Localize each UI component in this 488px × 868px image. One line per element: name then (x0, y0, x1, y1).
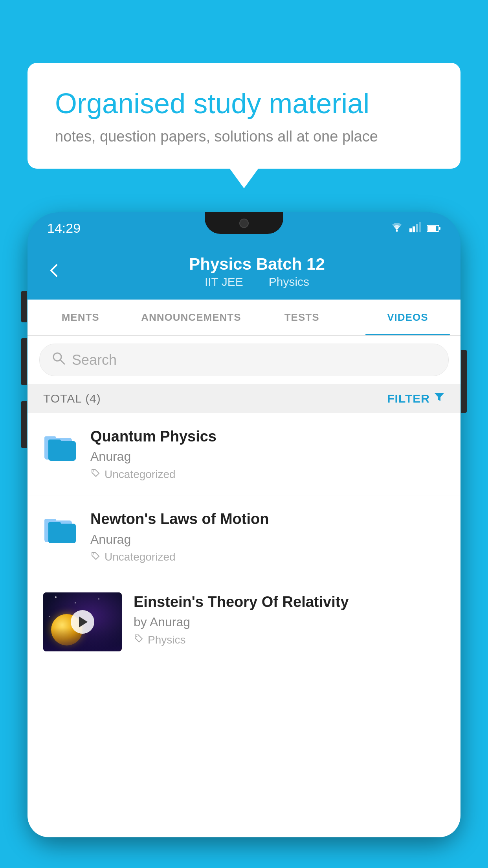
phone-content: Physics Batch 12 IIT JEE Physics MENTS A… (28, 244, 460, 837)
svg-point-20 (136, 636, 138, 637)
app-header: Physics Batch 12 IIT JEE Physics (28, 244, 460, 300)
video-folder-icon (43, 427, 79, 466)
svg-point-19 (93, 553, 94, 554)
front-camera (239, 219, 249, 228)
filter-label: FILTER (387, 392, 430, 405)
phone-side-button-power[interactable] (461, 350, 467, 413)
speech-bubble-title: Organised study material (55, 86, 433, 120)
filter-icon (434, 391, 445, 406)
tag-icon (134, 633, 144, 646)
video-author: Anurag (90, 449, 445, 464)
svg-rect-4 (419, 222, 421, 232)
phone-side-button-vol-indicator (21, 291, 27, 322)
phone-side-button-vol-up[interactable] (21, 338, 27, 385)
tabs-bar: MENTS ANNOUNCEMENTS TESTS VIDEOS (28, 300, 460, 336)
header-subtitle-part2: Physics (269, 275, 309, 288)
svg-point-14 (93, 471, 94, 472)
video-title: Einstein's Theory Of Relativity (134, 592, 445, 612)
phone-notch (205, 212, 283, 234)
video-thumbnail (43, 592, 122, 651)
video-item-with-thumbnail[interactable]: Einstein's Theory Of Relativity by Anura… (28, 578, 460, 666)
search-icon (51, 351, 66, 369)
tab-videos[interactable]: VIDEOS (355, 300, 460, 335)
battery-icon (427, 221, 441, 235)
video-tag-label: Uncategorized (105, 551, 176, 563)
video-tag: Uncategorized (90, 551, 445, 564)
play-button[interactable] (71, 610, 94, 634)
wifi-icon (390, 221, 404, 235)
filter-button[interactable]: FILTER (387, 391, 445, 406)
svg-rect-13 (48, 440, 61, 444)
tag-icon (90, 551, 101, 564)
video-info: Quantum Physics Anurag Uncategorized (90, 427, 445, 481)
phone-side-button-vol-down[interactable] (21, 401, 27, 448)
svg-rect-3 (416, 224, 418, 232)
filter-bar: TOTAL (4) FILTER (28, 384, 460, 413)
signal-icon (409, 221, 421, 235)
svg-rect-18 (48, 522, 61, 527)
svg-point-0 (396, 230, 398, 232)
video-author: Anurag (90, 532, 445, 547)
play-triangle-icon (79, 616, 88, 627)
video-info: Einstein's Theory Of Relativity by Anura… (134, 592, 445, 646)
speech-bubble-subtitle: notes, question papers, solutions all at… (55, 128, 433, 145)
back-button[interactable] (47, 262, 61, 281)
tab-announcements[interactable]: ANNOUNCEMENTS (133, 300, 249, 335)
video-info: Newton's Laws of Motion Anurag Uncategor… (90, 509, 445, 563)
search-input[interactable]: Search (72, 352, 117, 368)
speech-bubble-wrapper: Organised study material notes, question… (28, 63, 460, 169)
header-subtitle: IIT JEE Physics (73, 275, 441, 289)
video-item[interactable]: Newton's Laws of Motion Anurag Uncategor… (28, 495, 460, 578)
header-subtitle-part1: IIT JEE (205, 275, 243, 288)
tab-tests[interactable]: TESTS (249, 300, 354, 335)
video-title: Quantum Physics (90, 427, 445, 446)
video-list: Quantum Physics Anurag Uncategorized (28, 413, 460, 666)
status-time: 14:29 (47, 221, 81, 236)
header-subtitle-separator (254, 275, 261, 288)
total-count: TOTAL (4) (43, 392, 101, 405)
video-tag: Uncategorized (90, 468, 445, 481)
video-tag-label: Uncategorized (105, 468, 176, 481)
svg-rect-7 (439, 227, 440, 230)
video-tag: Physics (134, 633, 445, 646)
svg-line-9 (61, 360, 64, 364)
video-folder-icon (43, 509, 79, 549)
svg-rect-1 (409, 228, 412, 232)
video-title: Newton's Laws of Motion (90, 509, 445, 529)
svg-rect-2 (413, 226, 415, 232)
tag-icon (90, 468, 101, 481)
header-title-group: Physics Batch 12 IIT JEE Physics (73, 255, 441, 289)
video-item[interactable]: Quantum Physics Anurag Uncategorized (28, 413, 460, 495)
search-bar[interactable]: Search (39, 344, 449, 376)
header-title: Physics Batch 12 (73, 255, 441, 274)
search-container: Search (28, 336, 460, 384)
phone-frame: 14:29 (28, 212, 460, 868)
tab-ments[interactable]: MENTS (28, 300, 133, 335)
video-author: by Anurag (134, 615, 445, 629)
svg-rect-6 (427, 226, 436, 231)
video-tag-label: Physics (148, 634, 185, 646)
status-icons (390, 221, 441, 235)
phone-outer: 14:29 (28, 212, 460, 837)
status-bar: 14:29 (28, 212, 460, 244)
speech-bubble: Organised study material notes, question… (28, 63, 460, 169)
